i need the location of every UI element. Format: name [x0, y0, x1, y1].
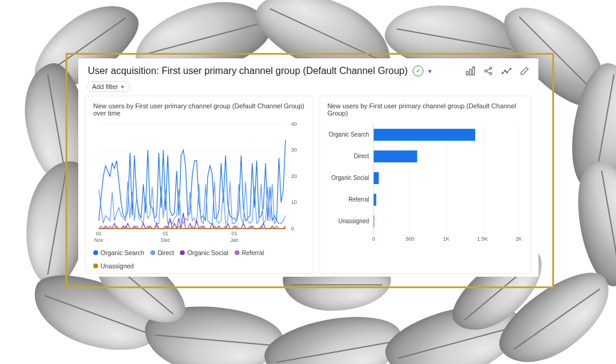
- legend-dot-icon: [235, 250, 239, 255]
- svg-text:01: 01: [96, 230, 102, 236]
- legend-label: Unassigned: [100, 262, 134, 270]
- page-title: User acquisition: First user primary cha…: [88, 66, 408, 76]
- bar-chart-title: New users by First user primary channel …: [327, 102, 525, 117]
- legend-dot-icon: [93, 264, 98, 268]
- svg-rect-41: [374, 172, 378, 184]
- svg-rect-45: [374, 215, 374, 227]
- svg-text:Direct: Direct: [354, 153, 369, 159]
- svg-rect-39: [374, 150, 417, 162]
- svg-text:Organic Social: Organic Social: [331, 174, 369, 181]
- legend-item[interactable]: Organic Search: [93, 249, 144, 256]
- legend-dot-icon: [150, 250, 155, 255]
- svg-text:0: 0: [372, 236, 375, 242]
- svg-text:Dec: Dec: [161, 237, 171, 243]
- legend-item[interactable]: Unassigned: [93, 262, 134, 270]
- svg-text:Organic Search: Organic Search: [329, 131, 369, 138]
- svg-text:40: 40: [291, 121, 297, 127]
- legend-item[interactable]: Referral: [235, 249, 264, 256]
- svg-text:Jan: Jan: [230, 237, 239, 243]
- analytics-panel: User acquisition: First user primary cha…: [78, 58, 538, 277]
- svg-text:2K: 2K: [516, 236, 522, 242]
- legend-item[interactable]: Direct: [150, 249, 174, 256]
- legend-label: Organic Search: [100, 249, 144, 256]
- svg-text:Unassigned: Unassigned: [339, 218, 369, 224]
- svg-text:Nov: Nov: [94, 237, 104, 243]
- customize-report-icon[interactable]: [464, 64, 477, 78]
- svg-text:01: 01: [163, 230, 169, 236]
- status-ok-icon: ✓: [413, 66, 424, 76]
- line-chart-title: New users by First user primary channel …: [93, 102, 307, 117]
- svg-text:500: 500: [405, 236, 414, 242]
- svg-point-9: [510, 68, 511, 69]
- legend-label: Referral: [242, 249, 264, 256]
- legend-label: Organic Social: [187, 249, 228, 256]
- svg-rect-1: [470, 69, 472, 75]
- svg-text:10: 10: [291, 199, 297, 205]
- bar-chart: 05001K1.5K2KOrganic SearchDirectOrganic …: [327, 120, 525, 247]
- line-chart-legend: Organic SearchDirectOrganic SocialReferr…: [93, 249, 307, 270]
- svg-text:0: 0: [291, 226, 294, 232]
- svg-point-7: [505, 70, 506, 71]
- svg-text:1.5K: 1.5K: [477, 236, 488, 242]
- line-chart: 01020304001Nov01Dec01Jan: [93, 120, 307, 247]
- legend-item[interactable]: Organic Social: [180, 249, 228, 256]
- plus-icon: +: [120, 83, 124, 90]
- edit-icon[interactable]: [518, 64, 531, 78]
- add-filter-button[interactable]: Add filter +: [87, 81, 130, 92]
- svg-rect-43: [374, 194, 376, 206]
- dropdown-caret-icon[interactable]: ▾: [428, 67, 432, 75]
- bar-chart-card: New users by First user primary channel …: [319, 96, 531, 274]
- svg-text:1K: 1K: [443, 236, 450, 242]
- line-chart-card: New users by First user primary channel …: [85, 96, 313, 274]
- insights-icon[interactable]: [500, 64, 513, 78]
- report-header: User acquisition: First user primary cha…: [78, 58, 538, 80]
- svg-rect-37: [374, 129, 475, 141]
- svg-text:30: 30: [291, 147, 297, 153]
- svg-point-8: [507, 72, 508, 73]
- legend-label: Direct: [158, 249, 174, 256]
- svg-text:Referral: Referral: [348, 196, 369, 203]
- legend-dot-icon: [93, 250, 98, 255]
- svg-rect-0: [466, 72, 468, 75]
- share-icon[interactable]: [482, 64, 495, 78]
- svg-point-6: [502, 73, 503, 74]
- add-filter-label: Add filter: [92, 83, 118, 90]
- svg-text:20: 20: [291, 173, 297, 179]
- svg-text:01: 01: [232, 230, 238, 236]
- legend-dot-icon: [180, 250, 185, 255]
